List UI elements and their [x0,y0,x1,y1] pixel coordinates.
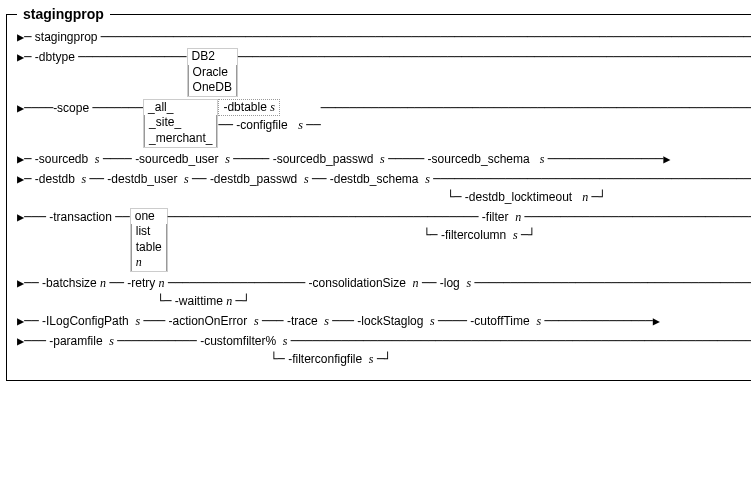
dbtype-option-onedb: OneDB [193,80,232,94]
waittime-var: n [226,294,232,308]
rail: ────────────────────────────────────────… [525,210,752,224]
rail: ── [422,276,436,290]
row-paramfile: ▶─── -paramfile s ─────────── -customfil… [17,332,751,368]
sourcedb-passwd-var: s [380,152,385,166]
scope-options: _all_ _site_ _merchant_ [143,99,218,148]
syntax-diagram: stagingprop ▶─ stagingprop ─────────────… [6,6,751,381]
cutofftime-var: s [536,314,541,328]
scope-option-merchant: _merchant_ [149,131,212,145]
ilogconfigpath-flag: -ILogConfigPath [42,314,129,328]
rail: ─┘ [236,294,250,308]
rail: └─ [447,190,461,204]
filter-flag: -filter [482,210,509,224]
retry-flag: -retry [127,276,155,290]
row-dbtype: ▶─ -dbtype ─────────────── DB2 Oracle On… [17,48,751,97]
consolidationsize-flag: -consolidationSize [309,276,406,290]
dbtable-var: s [270,100,275,114]
rail-start-icon: ▶─ [17,30,31,44]
sourcedb-schema-var: s [540,152,545,166]
destdb-user-var: s [184,172,189,186]
trace-var: s [324,314,329,328]
row-ilog: ▶── -ILogConfigPath s ─── -actionOnError… [17,312,751,330]
rail: ────────────────────────────────────────… [168,210,479,224]
rail: ────────────────────────────────────────… [291,334,751,348]
destdb-schema-var: s [425,172,430,186]
rail: ─┘ [377,352,391,366]
rail-start-icon: ▶─ [17,152,31,166]
filterconfigfile-var: s [369,352,374,366]
rail: ──── [103,152,132,166]
destdb-schema-flag: -destdb_schema [330,172,419,186]
rail-start-icon: ▶─── [17,334,46,348]
destdb-passwd-flag: -destdb_passwd [210,172,297,186]
dbtable-flag: -dbtable [223,100,266,114]
filtercolumn-flag: -filtercolumn [441,228,506,242]
configfile-var: s [298,118,303,132]
rail: ─────────── [117,334,196,348]
dbtype-flag: -dbtype [35,50,75,64]
customfilter-var: s [283,334,288,348]
scope-option-all: _all_ [148,100,173,114]
rail: ── [192,172,206,186]
rail: ── [115,210,129,224]
dbtype-option-db2: DB2 [192,49,215,63]
destdb-user-flag: -destdb_user [107,172,177,186]
rail: ── [306,118,320,132]
rail: ────────────────────────────────────────… [101,30,751,44]
configfile-flag: -configfile [236,118,287,132]
filtercolumn-var: s [513,228,518,242]
destdb-locktimeout-flag: -destdb_locktimeout [465,190,572,204]
row-batch: ▶── -batchsize n ── -retry n ───────────… [17,274,751,310]
diagram-title: stagingprop [17,6,110,22]
rail: ────────────────────────────────────────… [321,101,751,115]
lockstaglog-flag: -lockStaglog [357,314,423,328]
destdb-locktimeout-var: n [582,190,588,204]
scope-flag: -scope [53,101,89,115]
retry-var: n [159,276,165,290]
consolidationsize-var: n [413,276,419,290]
rail: ─── [143,314,165,328]
transaction-option-list: list [136,224,151,238]
log-flag: -log [440,276,460,290]
dbtype-options: DB2 Oracle OneDB [187,48,238,97]
filterconfigfile-flag: -filterconfigfile [288,352,362,366]
row-transaction: ▶─── -transaction ── one list table n ──… [17,208,751,272]
row-sourcedb: ▶─ -sourcedb s ──── -sourcedb_user s ───… [17,150,751,168]
row-destdb: ▶─ -destdb s ── -destdb_user s ── -destd… [17,170,751,206]
sourcedb-passwd-flag: -sourcedb_passwd [273,152,374,166]
rail: ───── [388,152,424,166]
trace-flag: -trace [287,314,318,328]
rail: ────────────────────────────────────────… [474,276,751,290]
destdb-flag: -destdb [35,172,75,186]
paramfile-var: s [109,334,114,348]
rail: └─ [157,294,171,308]
paramfile-flag: -paramfile [49,334,102,348]
rail: └─ [270,352,284,366]
customfilter-flag: -customfilter% [200,334,276,348]
rail: ─┘ [592,190,606,204]
rail: ─── [332,314,354,328]
rail: ─────────────────── [168,276,305,290]
actiononerror-flag: -actionOnError [169,314,248,328]
rail: ─┘ [521,228,535,242]
ilogconfigpath-var: s [135,314,140,328]
dbtable-branch: -dbtable s [218,99,279,116]
waittime-flag: -waittime [175,294,223,308]
rail: ────────────────▶ [548,152,671,166]
rail: ────────────────────────────────────────… [238,50,751,64]
rail: ────────────────────────────────────────… [433,172,751,186]
row-scope: ▶──── -scope ─────── _all_ _site_ _merch… [17,99,751,148]
transaction-options: one list table n [130,208,168,272]
transaction-option-one: one [135,209,155,223]
transaction-option-n: n [136,255,142,269]
filter-var: n [515,210,521,224]
log-var: s [466,276,471,290]
rail-start-icon: ▶─── [17,210,46,224]
rail-start-icon: ▶─ [17,50,31,64]
sourcedb-flag: -sourcedb [35,152,88,166]
rail: └─ [423,228,437,242]
rail-start-icon: ▶── [17,276,39,290]
rail: ───────────────▶ [544,314,660,328]
sourcedb-user-var: s [225,152,230,166]
rail-start-icon: ▶──── [17,101,53,115]
